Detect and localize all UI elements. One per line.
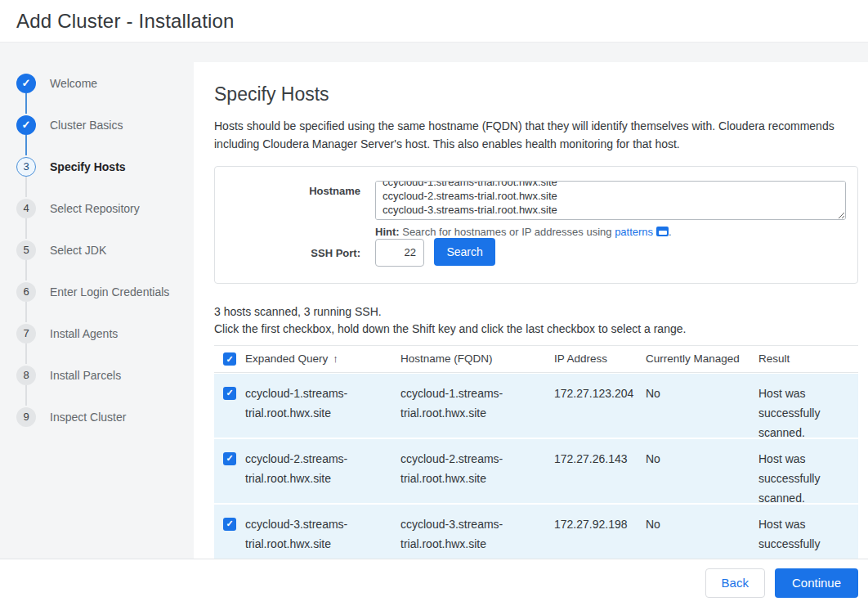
- hint-suffix: .: [669, 226, 672, 238]
- patterns-link[interactable]: patterns: [615, 226, 653, 238]
- cell-ip-address: 172.27.123.204: [554, 384, 646, 403]
- sidebar-step-specify-hosts[interactable]: 3Specify Hosts: [16, 146, 194, 187]
- hostname-input[interactable]: ccycloud-1.streams-trial.root.hwx.site c…: [375, 181, 846, 220]
- cell-expanded-query: ccycloud-2.streams-trial.root.hwx.site: [245, 449, 400, 488]
- step-connector-line: [25, 177, 27, 197]
- add-cluster-wizard: Add Cluster - Installation ✓Welcome✓Clus…: [0, 0, 868, 606]
- scan-status: 3 hosts scanned, 3 running SSH. Click th…: [214, 303, 858, 338]
- step-connector-line: [25, 302, 27, 322]
- column-header-expanded-query[interactable]: Expanded Query↑: [245, 352, 400, 365]
- host-row-checkbox[interactable]: ✓: [223, 518, 236, 531]
- cell-hostname: ccycloud-2.streams-trial.root.hwx.site: [400, 449, 554, 488]
- sidebar-step-select-jdk[interactable]: 5Select JDK: [16, 229, 194, 271]
- cell-hostname: ccycloud-3.streams-trial.root.hwx.site: [400, 514, 554, 554]
- step-label: Welcome: [50, 77, 97, 90]
- cell-expanded-query: ccycloud-3.streams-trial.root.hwx.site: [245, 514, 400, 554]
- section-title: Specify Hosts: [214, 83, 858, 105]
- step-number-badge: 7: [16, 324, 36, 343]
- scan-instruction: Click the first checkbox, hold down the …: [214, 321, 858, 338]
- step-connector-line: [25, 343, 27, 364]
- sidebar-step-welcome[interactable]: ✓Welcome: [16, 62, 194, 104]
- hint-text: Search for hostnames or IP addresses usi…: [400, 226, 615, 238]
- wizard-footer: Back Continue: [0, 559, 868, 606]
- step-label: Select Repository: [50, 202, 140, 215]
- step-number-badge: 4: [16, 199, 36, 218]
- cell-hostname: ccycloud-1.streams-trial.root.hwx.site: [400, 384, 554, 423]
- cell-currently-managed: No: [646, 384, 758, 403]
- patterns-dialog-icon[interactable]: [656, 227, 669, 236]
- sidebar-step-cluster-basics[interactable]: ✓Cluster Basics: [16, 104, 194, 146]
- step-connector-line: [25, 93, 27, 114]
- cell-result: Host was successfully scanned.: [758, 449, 858, 508]
- cell-currently-managed: No: [646, 449, 758, 469]
- hostname-row: Hostname ccycloud-1.streams-trial.root.h…: [215, 181, 846, 220]
- step-connector-line: [25, 218, 27, 239]
- ssh-port-row: SSH Port: Search: [215, 238, 846, 267]
- continue-button[interactable]: Continue: [775, 568, 858, 598]
- step-number-badge: 6: [16, 282, 36, 302]
- column-header-result[interactable]: Result: [758, 352, 858, 365]
- step-connector-line: [25, 260, 27, 281]
- scan-summary: 3 hosts scanned, 3 running SSH.: [214, 303, 858, 321]
- hostname-label: Hostname: [215, 181, 375, 200]
- search-button[interactable]: Search: [434, 238, 494, 266]
- step-number-badge: 9: [16, 407, 36, 427]
- host-row: ✓ccycloud-1.streams-trial.root.hwx.sitec…: [214, 374, 858, 438]
- cell-result: Host was successfully scanned.: [758, 384, 858, 442]
- step-label: Specify Hosts: [50, 160, 126, 173]
- host-row-checkbox[interactable]: ✓: [223, 387, 236, 400]
- page-title: Add Cluster - Installation: [16, 10, 235, 33]
- step-connector-line: [25, 385, 27, 406]
- column-header-currently-managed[interactable]: Currently Managed: [646, 352, 758, 365]
- hostname-hint: Hint: Search for hostnames or IP address…: [375, 226, 846, 238]
- step-label: Cluster Basics: [50, 119, 123, 132]
- select-all-checkbox[interactable]: ✓: [223, 352, 236, 366]
- step-label: Enter Login Credentials: [50, 285, 169, 299]
- table-header-row: ✓ Expanded Query↑ Hostname (FQDN) IP Add…: [214, 345, 858, 373]
- wizard-body: ✓Welcome✓Cluster Basics3Specify Hosts4Se…: [0, 43, 868, 606]
- cell-expanded-query: ccycloud-1.streams-trial.root.hwx.site: [245, 384, 400, 423]
- column-header-ip-address[interactable]: IP Address: [554, 352, 646, 365]
- sidebar-step-select-repository[interactable]: 4Select Repository: [16, 187, 194, 229]
- step-label: Select JDK: [50, 244, 106, 257]
- step-number-badge: 3: [16, 157, 36, 177]
- host-search-panel: Hostname ccycloud-1.streams-trial.root.h…: [214, 166, 858, 284]
- ssh-port-label: SSH Port:: [215, 238, 375, 262]
- cell-currently-managed: No: [646, 514, 758, 534]
- page-header: Add Cluster - Installation: [0, 0, 868, 43]
- cell-ip-address: 172.27.92.198: [554, 514, 646, 534]
- sidebar-step-inspect-cluster[interactable]: 9Inspect Cluster: [16, 396, 194, 438]
- table-body: ✓ccycloud-1.streams-trial.root.hwx.sitec…: [214, 374, 858, 568]
- back-button[interactable]: Back: [705, 568, 765, 598]
- ssh-port-input[interactable]: [375, 239, 424, 267]
- step-completed-check-icon: ✓: [16, 115, 36, 135]
- wizard-steps-sidebar: ✓Welcome✓Cluster Basics3Specify Hosts4Se…: [0, 43, 194, 606]
- main-content: Specify Hosts Hosts should be specified …: [194, 62, 868, 606]
- step-label: Inspect Cluster: [50, 411, 126, 424]
- step-label: Install Parcels: [50, 369, 121, 382]
- step-completed-check-icon: ✓: [16, 74, 36, 93]
- step-number-badge: 5: [16, 240, 36, 260]
- host-row-checkbox[interactable]: ✓: [223, 452, 236, 465]
- sidebar-step-install-agents[interactable]: 7Install Agents: [16, 312, 194, 354]
- step-label: Install Agents: [50, 327, 118, 340]
- scanned-hosts-table: ✓ Expanded Query↑ Hostname (FQDN) IP Add…: [214, 345, 858, 568]
- column-header-hostname[interactable]: Hostname (FQDN): [400, 352, 554, 365]
- ssh-port-controls: Search: [375, 238, 495, 267]
- hint-prefix: Hint:: [375, 226, 400, 238]
- host-row: ✓ccycloud-2.streams-trial.root.hwx.sitec…: [214, 439, 858, 503]
- sidebar-step-install-parcels[interactable]: 8Install Parcels: [16, 354, 194, 396]
- sidebar-step-enter-login-credentials[interactable]: 6Enter Login Credentials: [16, 271, 194, 312]
- sort-ascending-icon: ↑: [333, 352, 338, 365]
- section-description: Hosts should be specified using the same…: [214, 117, 843, 153]
- step-number-badge: 8: [16, 366, 36, 385]
- cell-ip-address: 172.27.26.143: [554, 449, 646, 469]
- step-connector-line: [25, 135, 27, 155]
